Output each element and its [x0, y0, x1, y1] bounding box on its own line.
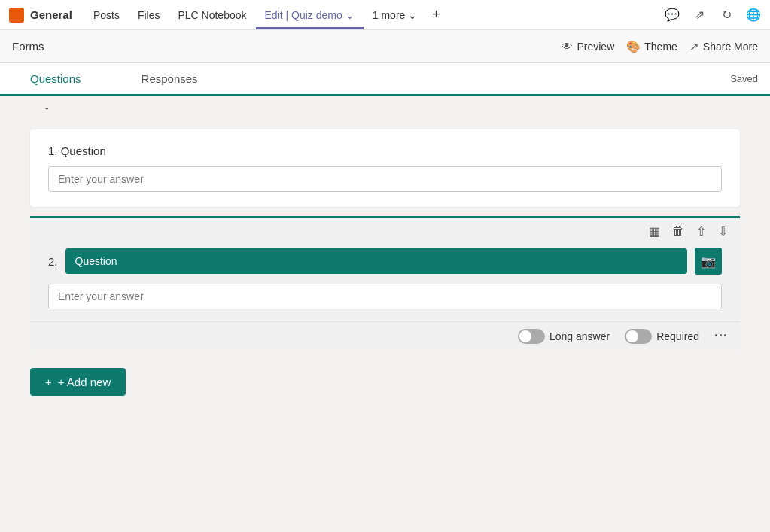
required-toggle[interactable]	[625, 329, 652, 344]
question-2-answer-input[interactable]	[48, 284, 722, 309]
main-content: - 1. Question ▦ 🗑 ⇧ ⇩ 2. 📷	[0, 96, 770, 532]
top-nav: Posts Files PLC Notebook Edit | Quiz dem…	[84, 0, 446, 29]
tab-questions[interactable]: Questions	[0, 63, 111, 96]
nav-item-files[interactable]: Files	[129, 0, 169, 29]
add-new-button[interactable]: + + Add new	[30, 368, 126, 396]
long-answer-toggle[interactable]	[518, 329, 545, 344]
saved-status: Saved	[730, 63, 770, 94]
nav-item-posts[interactable]: Posts	[84, 0, 129, 29]
share-icon: ↗	[689, 40, 699, 53]
forms-toolbar-right: 👁 Preview 🎨 Theme ↗ Share More	[562, 40, 758, 53]
tab-responses[interactable]: Responses	[111, 63, 228, 96]
top-nav-bar: General Posts Files PLC Notebook Edit | …	[0, 0, 770, 30]
move-up-icon[interactable]: ⇧	[696, 224, 706, 239]
more-options-button[interactable]: ···	[714, 328, 728, 344]
app-name: General	[30, 8, 72, 21]
chevron-down-icon: ⌄	[408, 9, 417, 21]
image-icon: 📷	[701, 254, 716, 269]
globe-icon[interactable]: 🌐	[746, 8, 761, 23]
question-2-body: 2. 📷	[30, 242, 740, 321]
required-label: Required	[656, 330, 699, 342]
image-button[interactable]: 📷	[695, 248, 722, 275]
move-down-icon[interactable]: ⇩	[718, 224, 728, 239]
tabs-bar: Questions Responses Saved	[0, 63, 770, 96]
question-2-number: 2.	[48, 255, 58, 268]
required-toggle-group: Required	[625, 329, 699, 344]
delete-icon[interactable]: 🗑	[672, 224, 684, 239]
share-button[interactable]: ↗ Share More	[689, 40, 758, 53]
question-2-card: ▦ 🗑 ⇧ ⇩ 2. 📷 Long an	[30, 216, 740, 350]
copy-icon[interactable]: ▦	[649, 224, 660, 239]
preview-icon: 👁	[562, 40, 573, 53]
add-new-icon: +	[45, 375, 52, 388]
app-logo	[9, 8, 24, 23]
long-answer-label: Long answer	[549, 330, 610, 342]
chevron-down-icon: ⌄	[345, 9, 355, 21]
question-1-answer-input[interactable]	[48, 166, 722, 192]
question-2-footer: Long answer Required ···	[30, 321, 740, 350]
theme-button[interactable]: 🎨 Theme	[626, 40, 677, 53]
nav-item-more[interactable]: 1 more ⌄	[364, 0, 427, 29]
forms-toolbar: Forms 👁 Preview 🎨 Theme ↗ Share More	[0, 30, 770, 63]
preview-button[interactable]: 👁 Preview	[562, 40, 614, 53]
add-tab-button[interactable]: +	[426, 7, 446, 23]
question-1-card: 1. Question	[30, 129, 740, 207]
forms-title: Forms	[12, 40, 44, 53]
reload-icon[interactable]: ↻	[719, 8, 734, 23]
theme-icon: 🎨	[626, 40, 641, 53]
nav-item-edit-quiz[interactable]: Edit | Quiz demo ⌄	[256, 0, 364, 29]
top-bar-right-icons: 💬 ⇗ ↻ 🌐	[665, 8, 761, 23]
nav-item-plc-notebook[interactable]: PLC Notebook	[169, 0, 255, 29]
dash-separator: -	[0, 96, 770, 120]
question-2-active-card: ▦ 🗑 ⇧ ⇩ 2. 📷 Long an	[30, 216, 740, 350]
question-1-label: 1. Question	[48, 144, 722, 157]
chat-icon[interactable]: 💬	[665, 8, 680, 23]
question-2-toolbar: ▦ 🗑 ⇧ ⇩	[30, 218, 740, 242]
expand-icon[interactable]: ⇗	[692, 8, 707, 23]
question-2-row: 2. 📷	[48, 248, 722, 275]
long-answer-toggle-group: Long answer	[518, 329, 610, 344]
question-2-input[interactable]	[65, 248, 687, 274]
